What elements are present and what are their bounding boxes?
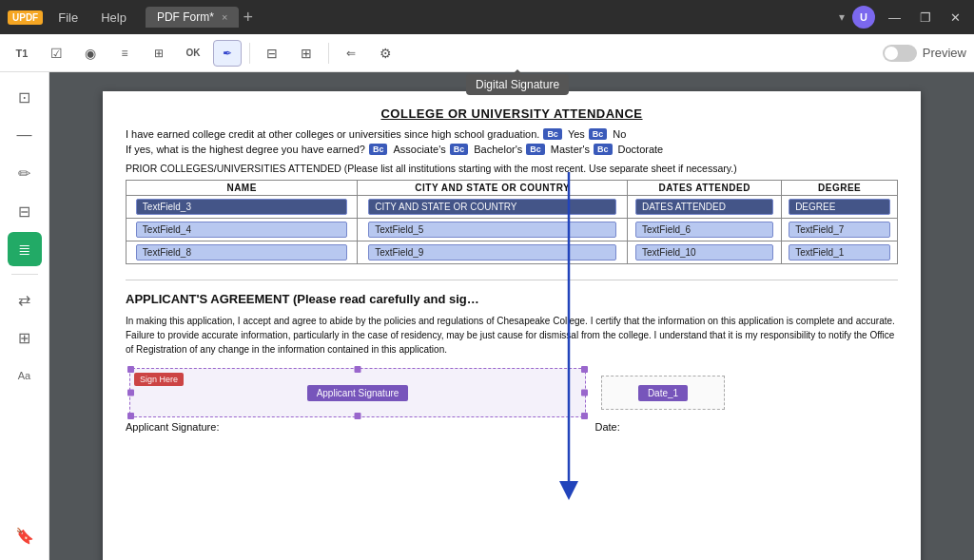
main-area: ⊡ — ✏ ⊟ ≣ ⇄ ⊞ Aa 🔖 COLLEGE OR UNIVERSITY…	[0, 72, 974, 560]
dates-cell-2: TextField_6	[628, 219, 782, 241]
settings-button[interactable]: ⚙	[371, 40, 399, 67]
table-row-2: TextField_4 TextField_5 TextField_6 Text…	[127, 219, 898, 241]
degree-field-dark[interactable]: DEGREE	[789, 199, 890, 215]
handle-bl	[127, 413, 134, 419]
file-menu[interactable]: File	[50, 9, 86, 27]
city-field-dark[interactable]: CITY AND STATE OR COUNTRY	[368, 199, 616, 215]
sidebar-item-view[interactable]: ⊡	[8, 80, 42, 114]
TextField_4[interactable]: TextField_4	[136, 222, 348, 238]
tab-label: PDF Form*	[157, 10, 214, 24]
toolbar: T1 ☑ ◉ ≡ ⊞ OK ✒ ⊟ ⊞ ⇐ ⚙ Digital Signatur…	[0, 34, 974, 72]
tab-area: PDF Form* × +	[146, 7, 831, 28]
handle-tr	[581, 366, 588, 373]
new-tab-button[interactable]: +	[243, 8, 253, 28]
avatar[interactable]: U	[852, 6, 875, 29]
TextField_11[interactable]: TextField_1	[789, 244, 890, 261]
associates-label: Associate's	[393, 144, 445, 155]
sidebar-divider	[11, 274, 38, 275]
text-tool-button[interactable]: T1	[8, 40, 36, 67]
signature-box[interactable]: Sign Here Applicant Signature	[129, 368, 586, 417]
date-box[interactable]: Date_1	[601, 376, 725, 410]
signature-container: Sign Here Applicant Signature	[126, 368, 586, 417]
college-title: COLLEGE OR UNIVERSITY ATTENDANCE	[126, 106, 898, 121]
degree-cell-2: TextField_7	[782, 219, 898, 241]
pdf-viewer[interactable]: COLLEGE OR UNIVERSITY ATTENDANCE I have …	[49, 72, 974, 560]
TextField_5[interactable]: TextField_5	[368, 222, 616, 238]
name-cell-3: TextField_8	[127, 241, 358, 264]
TextField_3[interactable]: TextField_3	[136, 199, 348, 215]
list-tool-button[interactable]: ≡	[110, 40, 139, 67]
ok-tool-button[interactable]: OK	[179, 40, 207, 67]
sidebar-item-ocr[interactable]: Aa	[8, 358, 42, 393]
agreement-section: APPLICANT'S AGREEMENT (Please read caref…	[126, 280, 898, 433]
degree-cell-1: DEGREE	[782, 196, 898, 219]
pdf-tab[interactable]: PDF Form* ×	[146, 7, 239, 28]
degree-line: If yes, what is the highest degree you h…	[126, 144, 898, 155]
degree-cell-3: TextField_1	[782, 241, 898, 264]
align-tool-button[interactable]: ⇐	[337, 40, 365, 67]
close-button[interactable]: ✕	[945, 9, 966, 27]
page-tool-button[interactable]: ⊟	[258, 40, 286, 67]
image-tool-button[interactable]: ✒	[213, 40, 242, 67]
sidebar: ⊡ — ✏ ⊟ ≣ ⇄ ⊞ Aa 🔖	[0, 72, 49, 560]
sidebar-item-minus[interactable]: —	[8, 118, 42, 152]
preview-switch[interactable]	[883, 45, 917, 62]
bc-assoc-icon: Bc	[369, 144, 388, 155]
degree-text: If yes, what is the highest degree you h…	[126, 144, 365, 155]
minimize-button[interactable]: —	[883, 9, 906, 27]
checkbox-tool-button[interactable]: ☑	[42, 40, 70, 67]
handle-bm	[355, 413, 361, 419]
tab-close-button[interactable]: ×	[222, 11, 227, 23]
table-row-1: TextField_3 CITY AND STATE OR COUNTRY DA…	[127, 196, 898, 219]
applicant-signature-field[interactable]: Applicant Signature	[307, 385, 409, 401]
chevron-down-icon[interactable]: ▾	[839, 10, 845, 24]
preview-label: Preview	[923, 46, 966, 60]
doctorate-label: Doctorate	[618, 144, 664, 155]
preview-toggle: Preview	[883, 45, 966, 62]
TextField_10[interactable]: TextField_10	[635, 244, 774, 261]
date-field[interactable]: Date_1	[638, 385, 688, 401]
credit-line: I have earned college credit at other co…	[126, 128, 898, 140]
TextField_9[interactable]: TextField_9	[368, 244, 616, 261]
bc-yes-icon: Bc	[543, 128, 562, 140]
prior-title: PRIOR COLLEGES/UNIVERSITIES ATTENDED (Pl…	[126, 163, 898, 174]
help-menu[interactable]: Help	[93, 9, 134, 27]
handle-tl	[127, 366, 134, 373]
sidebar-item-bookmark[interactable]: 🔖	[8, 518, 42, 552]
sidebar-item-form[interactable]: ≣	[8, 232, 42, 266]
agreement-title: APPLICANT'S AGREEMENT (Please read caref…	[126, 292, 898, 306]
dates-cell-3: TextField_10	[628, 241, 782, 264]
maximize-button[interactable]: ❐	[914, 9, 937, 27]
digital-signature-tooltip: Digital Signature	[466, 74, 569, 95]
sidebar-item-organize[interactable]: ⊞	[8, 320, 42, 355]
sidebar-item-edit[interactable]: ⊟	[8, 194, 42, 228]
agreement-text: In making this application, I accept and…	[126, 314, 898, 357]
colleges-table: NAME CITY AND STATE OR COUNTRY DATES ATT…	[126, 180, 898, 264]
date-container: Date_1	[601, 376, 725, 410]
TextField_7[interactable]: TextField_7	[789, 222, 890, 238]
city-cell-3: TextField_9	[358, 241, 628, 264]
bc-no-icon: Bc	[589, 128, 608, 140]
sidebar-item-annotate[interactable]: ✏	[8, 156, 42, 190]
col-dates-header: DATES ATTENDED	[628, 181, 782, 196]
grid-tool-button[interactable]: ⊞	[292, 40, 321, 67]
bc-bach-icon: Bc	[450, 144, 469, 155]
sidebar-item-convert[interactable]: ⇄	[8, 282, 42, 317]
prior-colleges-section: PRIOR COLLEGES/UNIVERSITIES ATTENDED (Pl…	[126, 163, 898, 264]
bc-doct-icon: Bc	[594, 144, 613, 155]
col-city-header: CITY AND STATE OR COUNTRY	[358, 181, 628, 196]
handle-br	[581, 413, 588, 419]
radio-tool-button[interactable]: ◉	[76, 40, 105, 67]
col-degree-header: DEGREE	[782, 181, 898, 196]
name-cell-1: TextField_3	[127, 196, 358, 219]
dates-field-dark[interactable]: DATES ATTENDED	[635, 199, 774, 215]
multilist-tool-button[interactable]: ⊞	[145, 40, 173, 67]
TextField_8[interactable]: TextField_8	[136, 244, 348, 261]
col-name-header: NAME	[127, 181, 358, 196]
no-label: No	[613, 128, 626, 140]
handle-mr	[581, 390, 588, 396]
TextField_6[interactable]: TextField_6	[635, 222, 774, 238]
divider-2	[328, 43, 329, 64]
table-row-3: TextField_8 TextField_9 TextField_10 Tex…	[127, 241, 898, 264]
sign-here-button[interactable]: Sign Here	[134, 373, 184, 386]
